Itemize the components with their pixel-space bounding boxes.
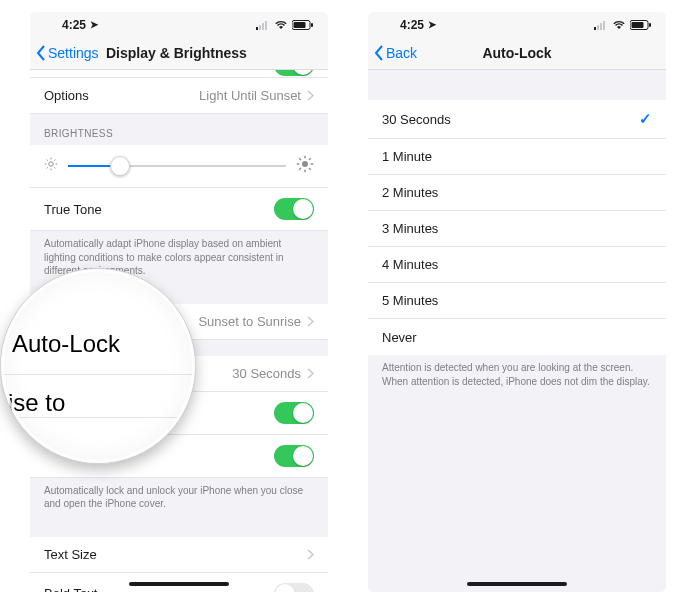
home-indicator[interactable]: [467, 582, 567, 586]
row-label: Text Size: [44, 547, 97, 562]
brightness-group-header: BRIGHTNESS: [30, 114, 328, 145]
row-label: Bold Text: [44, 586, 97, 592]
back-button[interactable]: Back: [374, 45, 417, 61]
chevron-right-icon: [307, 368, 314, 379]
row-label: True Tone: [44, 202, 102, 217]
location-icon: ➤: [90, 19, 98, 30]
svg-line-13: [54, 167, 55, 168]
auto-lock-option[interactable]: 2 Minutes: [368, 175, 666, 211]
svg-rect-25: [594, 27, 596, 30]
auto-lock-option[interactable]: 1 Minute: [368, 139, 666, 175]
signal-icon: [594, 20, 608, 30]
true-tone-toggle[interactable]: [274, 198, 314, 220]
svg-line-22: [309, 168, 311, 170]
chevron-right-icon: [307, 90, 314, 101]
auto-lock-option[interactable]: 4 Minutes: [368, 247, 666, 283]
back-label: Settings: [48, 45, 99, 61]
brightness-high-icon: [296, 155, 314, 177]
chevron-left-icon: [374, 45, 384, 61]
location-icon: ➤: [428, 19, 436, 30]
option-label: 3 Minutes: [382, 221, 438, 236]
status-bar: 4:25 ➤: [30, 12, 328, 36]
screenshot-auto-lock: 4:25 ➤ Back Auto-Lock: [368, 12, 666, 592]
row-value: 30 Seconds: [232, 366, 301, 381]
chevron-right-icon: [307, 549, 314, 560]
svg-line-12: [47, 160, 48, 161]
nav-bar: Settings Display & Brightness: [30, 36, 328, 70]
svg-line-14: [54, 160, 55, 161]
status-bar: 4:25 ➤: [368, 12, 666, 36]
checkmark-icon: ✓: [639, 110, 652, 128]
svg-rect-5: [294, 22, 306, 28]
toggle-switch[interactable]: [274, 402, 314, 424]
status-time: 4:25: [400, 18, 424, 32]
row-label: Options: [44, 88, 89, 103]
magnifier-callout: Auto-Lock ise to: [0, 268, 196, 464]
options-row[interactable]: Options Light Until Sunset: [30, 78, 328, 114]
svg-line-23: [309, 158, 311, 160]
true-tone-row[interactable]: True Tone: [30, 188, 328, 231]
svg-rect-26: [597, 25, 599, 30]
back-button[interactable]: Settings: [36, 45, 99, 61]
lock-unlock-footer: Automatically lock and unlock your iPhon…: [30, 478, 328, 521]
chevron-right-icon: [307, 316, 314, 327]
toggle-switch[interactable]: [274, 445, 314, 467]
svg-point-16: [302, 161, 308, 167]
auto-lock-option[interactable]: 5 Minutes: [368, 283, 666, 319]
magnifier-secondary: ise to: [0, 375, 196, 418]
battery-icon: [630, 20, 652, 30]
svg-rect-27: [600, 23, 602, 30]
svg-line-21: [299, 158, 301, 160]
svg-rect-31: [649, 23, 651, 27]
svg-rect-0: [256, 27, 258, 30]
svg-rect-6: [311, 23, 313, 27]
brightness-slider[interactable]: [68, 165, 286, 167]
svg-line-15: [47, 167, 48, 168]
svg-rect-1: [259, 25, 261, 30]
auto-lock-option-list: 30 Seconds✓1 Minute2 Minutes3 Minutes4 M…: [368, 100, 666, 355]
row-value: Light Until Sunset: [199, 88, 301, 103]
back-label: Back: [386, 45, 417, 61]
svg-point-7: [49, 162, 53, 166]
option-label: 4 Minutes: [382, 257, 438, 272]
auto-lock-option[interactable]: 3 Minutes: [368, 211, 666, 247]
battery-icon: [292, 20, 314, 30]
auto-lock-option[interactable]: Never: [368, 319, 666, 355]
wifi-icon: [612, 20, 626, 30]
chevron-left-icon: [36, 45, 46, 61]
svg-rect-3: [265, 21, 267, 30]
option-label: Never: [382, 330, 417, 345]
toggle-switch[interactable]: [274, 70, 314, 76]
partial-toggle-row: [30, 70, 328, 78]
option-label: 1 Minute: [382, 149, 432, 164]
auto-lock-footer: Attention is detected when you are looki…: [368, 355, 666, 398]
row-value: Sunset to Sunrise: [198, 314, 301, 329]
brightness-low-icon: [44, 157, 58, 175]
svg-rect-30: [632, 22, 644, 28]
nav-bar: Back Auto-Lock: [368, 36, 666, 70]
svg-rect-2: [262, 23, 264, 30]
magnifier-primary: Auto-Lock: [0, 314, 196, 375]
text-size-row[interactable]: Text Size: [30, 537, 328, 573]
page-title: Auto-Lock: [376, 45, 658, 61]
svg-rect-28: [603, 21, 605, 30]
bold-text-toggle[interactable]: [274, 583, 314, 593]
option-label: 5 Minutes: [382, 293, 438, 308]
status-time: 4:25: [62, 18, 86, 32]
wifi-icon: [274, 20, 288, 30]
option-label: 30 Seconds: [382, 112, 451, 127]
option-label: 2 Minutes: [382, 185, 438, 200]
signal-icon: [256, 20, 270, 30]
home-indicator[interactable]: [129, 582, 229, 586]
brightness-slider-row[interactable]: [30, 145, 328, 188]
svg-line-24: [299, 168, 301, 170]
auto-lock-option[interactable]: 30 Seconds✓: [368, 100, 666, 139]
